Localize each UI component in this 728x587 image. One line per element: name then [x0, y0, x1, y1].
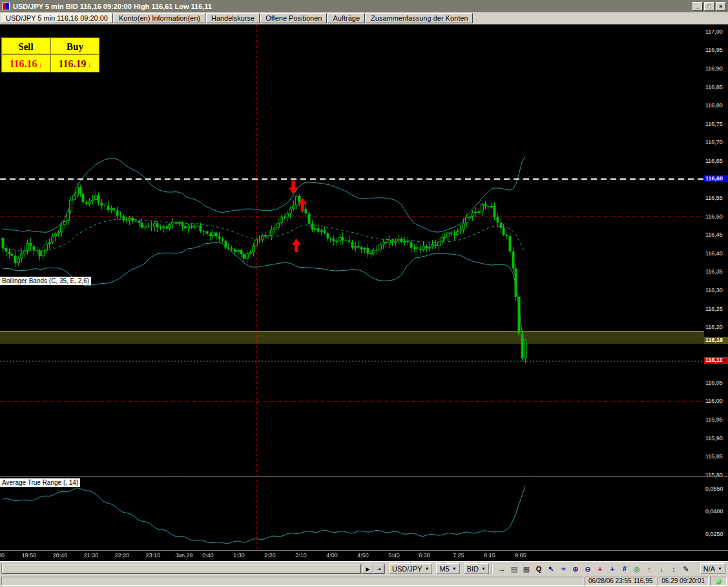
data-window-icon[interactable]: ▤ [508, 563, 520, 575]
time-tick: 7:25 [453, 552, 464, 559]
price-tick: 115,95 [705, 416, 723, 423]
buy-price-value: 116.19 [58, 58, 86, 69]
title-bar: USD/JPY 5 min BID 116,16 09:20:00 High 1… [0, 0, 728, 12]
scroll-end-button[interactable]: ⇥ [373, 564, 384, 573]
down-signal-icon[interactable]: ↓ [656, 563, 667, 575]
time-tick: 23:10 [146, 552, 161, 559]
price-tick: 117,00 [705, 28, 723, 35]
price-tick: 115,85 [705, 453, 723, 460]
grid-toggle-icon[interactable]: # [619, 563, 630, 575]
crosshair-blue-icon[interactable]: + [607, 563, 618, 575]
price-type-select-value: BID [467, 565, 479, 573]
indicator-wave-icon[interactable]: ≈ [557, 563, 569, 575]
price-tick: 115,90 [705, 435, 723, 442]
price-tick: 116,65 [705, 158, 723, 164]
symbol-select[interactable]: USD/JPY ▼ [389, 563, 432, 574]
quote-board-icon[interactable]: Q [533, 563, 545, 575]
price-type-select[interactable]: BID ▼ [464, 563, 489, 574]
time-tick: 22:20 [115, 552, 130, 559]
price-tick: 116,75 [705, 121, 723, 127]
atr-indicator-label[interactable]: Average True Range (, 14) [0, 478, 80, 487]
price-tick: 116,05 [705, 379, 723, 386]
scrollbar-track[interactable]: ▶ ⇥ [1, 564, 385, 574]
price-axis: 117,00116,95116,90116,85116,80116,75116,… [704, 25, 728, 561]
tab-account-info[interactable]: Konto(en) Information(en) [114, 13, 205, 23]
chevron-down-icon: ▼ [452, 566, 457, 571]
annotation-pen-icon[interactable]: ✎ [680, 563, 692, 575]
price-tick: 116,35 [705, 268, 723, 275]
price-tick: 116,00 [705, 398, 723, 404]
status-message-area [1, 577, 583, 586]
price-tick: 116,20 [705, 324, 723, 330]
toolbar-separator [492, 564, 493, 574]
time-tick: 2:20 [264, 552, 276, 559]
time-tick: 5:40 [388, 552, 400, 559]
time-tick: 9:05 [515, 552, 526, 559]
sell-button[interactable]: Sell [1, 37, 50, 54]
crosshair-red-icon[interactable]: + [594, 563, 606, 575]
sell-price[interactable]: 116.16↓ [1, 54, 50, 72]
price-tick: 116,95 [705, 47, 723, 53]
buy-price[interactable]: 116.19↓ [50, 54, 99, 72]
maximize-button[interactable]: □ [704, 2, 714, 11]
time-tick: 4:00 [326, 552, 338, 559]
tab-open-positions[interactable]: Offene Positionen [260, 13, 327, 23]
grid-settings-icon[interactable]: ▦ [521, 563, 532, 575]
jump-to-end-icon[interactable]: → [496, 563, 508, 575]
chevron-down-icon: ▼ [424, 566, 429, 571]
pane-separator [704, 550, 728, 551]
time-tick: 20:40 [53, 552, 68, 559]
price-marker-116-16: 116,16 [704, 337, 728, 344]
timeframe-select-value: M5 [439, 565, 449, 573]
price-tick: 115,80 [705, 472, 723, 478]
na-dropdown[interactable]: N/A ▼ [700, 563, 725, 574]
time-tick: 8:15 [484, 552, 495, 559]
pane-separator [704, 476, 728, 477]
server-clock: 06.29 09:20:01 [658, 577, 709, 586]
pointer-tool-icon[interactable]: ↖ [545, 563, 557, 575]
price-tick: 116,85 [705, 84, 723, 91]
price-tick: 116,55 [705, 195, 723, 201]
chevron-down-icon: ▼ [481, 566, 486, 571]
chevron-down-icon: ▼ [718, 566, 722, 571]
time-tick: 19:50 [22, 552, 37, 559]
zoom-in-icon[interactable]: ⊕ [570, 563, 581, 575]
sell-down-arrow-icon: ↓ [39, 60, 43, 69]
na-dropdown-value: N/A [703, 565, 715, 573]
sell-price-value: 116.16 [9, 58, 37, 69]
tab-account-summary[interactable]: Zusammenfassung der Konten [366, 13, 473, 23]
trade-panel: Sell Buy 116.16↓ 116.19↓ [1, 37, 99, 73]
snap-target-icon[interactable]: ◎ [631, 563, 643, 575]
connection-online-icon [716, 579, 722, 584]
price-tick: 116,45 [705, 231, 723, 238]
status-bar: 06/28/06 23:55 116,95 06.29 09:20:01 [0, 575, 728, 587]
scrollbar-thumb[interactable] [2, 564, 361, 573]
scroll-right-button[interactable]: ▶ [362, 564, 373, 573]
bollinger-indicator-label[interactable]: Bollinger Bands (C, 35, E, 2,6) [0, 277, 91, 285]
buy-button[interactable]: Buy [50, 37, 99, 54]
tab-trade-rates[interactable]: Handelskurse [206, 13, 260, 23]
price-tick: 116,50 [705, 213, 723, 220]
minimize-button[interactable]: _ [692, 2, 703, 11]
price-chart-canvas[interactable] [0, 25, 704, 561]
price-tick: 116,90 [705, 65, 723, 72]
chart-region: 117,00116,95116,90116,85116,80116,75116,… [0, 25, 728, 561]
atr-tick: 0,0250 [705, 531, 723, 537]
price-marker-116-11: 116,11 [704, 357, 728, 364]
timeframe-select[interactable]: M5 ▼ [436, 563, 459, 574]
zoom-out-icon[interactable]: ⊖ [582, 563, 594, 575]
updown-icon[interactable]: ↕ [668, 563, 680, 575]
buy-down-arrow-icon: ↓ [88, 60, 92, 69]
tab-chart-usdjpy[interactable]: USD/JPY 5 min 116,16 09:20:00 [1, 13, 113, 23]
time-tick: 00 [0, 552, 5, 559]
price-tick: 116,80 [705, 102, 723, 109]
symbol-select-value: USD/JPY [392, 565, 422, 573]
tab-orders[interactable]: Aufträge [328, 13, 365, 23]
atr-tick: 0,0550 [705, 486, 723, 492]
time-tick: 3:10 [295, 552, 307, 559]
up-signal-icon[interactable]: ↑ [643, 563, 655, 575]
close-button[interactable]: × [716, 2, 726, 11]
time-tick: Jun.29 [175, 552, 192, 559]
window-title: USD/JPY 5 min BID 116,16 09:20:00 High 1… [13, 3, 691, 10]
price-tick: 116,25 [705, 306, 723, 312]
